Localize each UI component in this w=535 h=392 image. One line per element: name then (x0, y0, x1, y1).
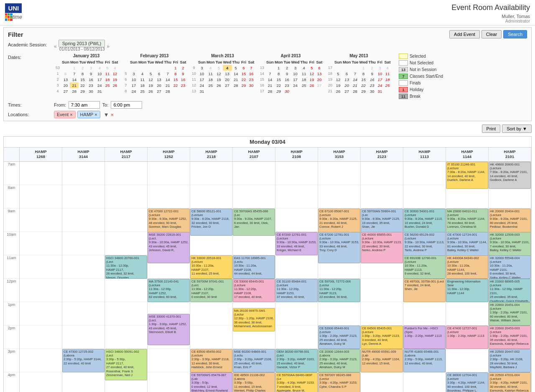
event-ce-2123-10am[interactable]: CE 44300 65855-001 (Lecture9:30a - 10:30… (361, 232, 403, 263)
event-ide-2107-4pm[interactable]: IDE 48500 21106-002 (Labora3:30p - 5:00p… (233, 372, 275, 392)
event-ce-3153-3pm[interactable]: CE 20300 12644-003 (Labora2:30p - 3:20p,… (318, 349, 360, 372)
legend-classes-start: Classes Start/End (410, 74, 443, 79)
event-hk-2101-7am[interactable]: HK 49800 20800-001 (Lecture7:30a - 8:20a… (489, 162, 531, 189)
event-ce-2107-9am[interactable]: CE 59700AS 65455-086 (Lec9:30a - 9:20a, … (233, 209, 275, 236)
slot-2117-10am (105, 232, 147, 255)
legend-not-selected: Not Selected (410, 61, 433, 65)
slot-2108-1pm (275, 302, 318, 326)
event-ce-1113-12pm[interactable]: CE 49700L 33758-001 (Lect7 enrolled, 24 … (403, 279, 446, 302)
event-ce-2108-4pm[interactable]: CE 59700AA 68490-089F (Le3:30p - 4:20p, … (275, 372, 318, 392)
event-ce-2118-12pm[interactable]: CE 59700M 97041-001 (Lect.11:30a - 12:20… (190, 279, 232, 302)
clear-button[interactable]: Clear (482, 30, 502, 38)
main-toolbar: Print Sort by ▼ (3, 123, 532, 135)
time-10am: 10am (4, 232, 19, 255)
legend-finals: Finals (410, 81, 421, 85)
legend-selected: Selected (410, 54, 426, 59)
search-button[interactable]: Search (503, 30, 527, 38)
slot-2123-10am: CE 44300 65855-001 (Lecture9:30a - 10:30… (361, 232, 403, 255)
slot-1268-2pm (20, 326, 62, 349)
event-hk-2101-9am[interactable]: HK 20000 20404-001 (Lecture9:30a - 8:20a… (489, 209, 531, 236)
slot-2118-8am (190, 185, 232, 209)
slot-3144-12pm (62, 279, 104, 302)
event-hk-2101-3pm[interactable]: HK 22500 20447-002 (Lecture2:30p - 3:20p… (489, 349, 531, 372)
slot-2101-9am: HK 20000 20404-001 (Lecture9:30a - 8:20a… (489, 209, 531, 232)
time-1pm: 1pm (4, 302, 19, 326)
room-hdr-3153: HAMP3153 (318, 148, 361, 161)
event-ce-3144[interactable]: CE 47300 12725-002 (Labora2:30p - 5:20p,… (62, 349, 104, 372)
slot-1144-2pm: CE 47400 12727-001 (Lecture1:30p - 2:20p… (446, 326, 488, 349)
print-button-top[interactable]: Print (482, 125, 501, 133)
event-hk-2101-4pm[interactable]: HK 22500 47031-004 (Lecture3:30p - 4:20p… (489, 372, 531, 392)
room-col-2123: CE 59700AN 59904-001 (Lec9:30a - 8:30a, … (361, 162, 403, 392)
event-hk-2101-11am[interactable]: HK 32000 55548-004 (Lecture10:30a - 11:2… (489, 255, 531, 279)
event-ce-1113-11am[interactable]: CE 69100B 12780-001 (Lecture10:30a - 11:… (403, 255, 446, 279)
sort-button-top[interactable]: Sort by ▼ (502, 125, 532, 133)
event-ma-1144-9am[interactable]: MA 15800 64010-011 (Lecture9:30a - 8:20a… (446, 209, 488, 236)
slot-2108-10am: CE 67200 12781-001 (Lecture9:30a - 10:30… (275, 232, 318, 255)
event-ce-2108-12pm[interactable]: CE 31100 65484-001 (Lecture11:30a - 12:2… (275, 279, 318, 302)
event-ce-3153-4pm[interactable]: CE 59700Y 66245-088 (Lectur3:30p - 4:20p… (318, 372, 360, 392)
event-ce-2107-12pm[interactable]: CE 53000 65445-001 (Lecture11:30a - 12:2… (233, 279, 275, 302)
event-eas-2107[interactable]: EAS 11700 16985-001 (Lectu10:30a - 11:20… (233, 255, 275, 279)
add-event-button[interactable]: Add Event (449, 30, 480, 38)
session-prev-arrow[interactable]: « (54, 43, 57, 49)
event-hsci-3pm-2117[interactable]: HSCI 34600 55091-002 (Lect3:30p - 5:30p,… (105, 349, 147, 380)
filter-title: Filter (8, 31, 23, 38)
event-hk-2118[interactable]: HK 33000 20518-001 (Lecture10:30a - 11:2… (190, 255, 232, 279)
slot-2117-3pm: HSCI 34600 55091-002 (Lect3:30p - 5:30p,… (105, 349, 147, 372)
event-engg-1144-12pm[interactable]: Engineering Information Sear11:30a - 12:… (446, 279, 488, 302)
slot-2117-7am (105, 162, 147, 185)
event-mse-1252[interactable]: MSE 38200 22818-001 (Lect.9:30a - 10:30a… (148, 232, 190, 263)
event-hk-1144-11am[interactable]: HK 44000A 64340-002 (Lecture10:30a - 11:… (446, 255, 488, 279)
event-ce-2118-4pm[interactable]: CE 59700WS 65478-087 (Lab3:30p - 5:0p,0 … (190, 372, 232, 392)
event-ce-1144-2pm[interactable]: CE 47400 12727-001 (Lecture1:30p - 2:20p… (446, 326, 488, 349)
location-clear-icon[interactable]: × (111, 112, 114, 118)
event-ce-2123-2pm[interactable]: CE 64500 65405-001 (Lecture1:30p - 3:20p… (361, 326, 403, 349)
event-ce-1144-4pm[interactable]: CE 38300 12704-001 (Lecture3:30p - 4:20p… (446, 372, 488, 392)
slot-1144-11am: HK 44000A 64340-002 (Lecture10:30a - 11:… (446, 255, 488, 279)
room-col-2101: HK 49800 20800-001 (Lecture7:30a - 8:20a… (489, 162, 531, 392)
event-ce-1113-9am[interactable]: CE 30300 54001-001 (Lecture9:30a - 8:20a… (403, 209, 446, 236)
event-ce-2118-9am[interactable]: CE 58000 65121-001 (Lecture9:30a - 8:20a… (190, 209, 232, 236)
location-hamp-pill[interactable]: HAMP × (77, 111, 100, 118)
from-time-input[interactable] (69, 101, 100, 109)
session-next-arrow[interactable]: » (107, 43, 110, 49)
session-selector[interactable]: Spring 2013 (PWL) (59, 40, 105, 47)
slot-3153-7am (318, 162, 360, 185)
event-it-1144-7am[interactable]: IT 35100 21246-001 (Lecture7:30a - 8:20a… (446, 162, 488, 189)
svg-rect-1 (8, 13, 10, 15)
to-time-input[interactable] (111, 101, 142, 109)
slot-3153-1pm (318, 302, 360, 326)
event-ce-3153-12pm[interactable]: CE 59700L 72772-006 (Lectur11:30a - 12:2… (318, 279, 360, 302)
user-name: Muller, Tomas (451, 14, 530, 19)
slot-2117-12pm (105, 279, 147, 302)
room-hdr-2107: HAMP2107 (233, 148, 275, 161)
event-mse-2107-3pm[interactable]: MSE 60200 64869-001 (Lectu2:30p - 3:20p,… (233, 349, 275, 372)
event-nutr-1113-3pm[interactable]: NUTR 41800 65468-001 (Labora2:30p - 5:00… (403, 349, 446, 372)
slot-2101-10am: HK 32000 12509-003 (Lecture9:30a - 10:30… (489, 232, 531, 255)
event-ma-2107-1pm[interactable]: MA 26100 66975-SM1 (Lectur12:30p - 1:20p… (233, 308, 275, 331)
event-ce-2123-9am[interactable]: CE 59700AN 59904-001 (Lec9:30a - 8:30a, … (361, 209, 403, 236)
event-nutr-2123-3pm[interactable]: NUTR 49000 65591-009 (Lab2:30p - 4:20p, … (361, 349, 403, 372)
event-ce-2108-10am[interactable]: CE 67200 12781-001 (Lecture9:30a - 10:30… (275, 232, 318, 255)
location-event-pill[interactable]: Event × (54, 111, 76, 118)
event-hk-2101-2pm[interactable]: HK 22600 20453-003 (Lecture1:30p - 2:20p… (489, 326, 531, 349)
event-hk-2101-1pm[interactable]: HK 22800 20451-004 (Lecture1:30p - 2:20p… (489, 302, 531, 326)
event-ce-3153-9am[interactable]: CE 67100 65087-001 (Lecture9:30a - 8:20a… (318, 209, 360, 236)
event-mse-1pm-1252[interactable]: MSE 33000 41370-001 (Lect.1:30p - 3:00p,… (148, 314, 190, 345)
legend-break: Break (410, 94, 420, 99)
room-hdr-1144: HAMP1144 (446, 148, 489, 161)
slot-2108-12pm: CE 31100 65484-001 (Lecture11:30a - 12:2… (275, 279, 318, 302)
event-purdue-1113-2pm[interactable]: Purdue's For Me - HSCI (Spec1:30p - 2:20… (403, 326, 446, 349)
event-ma-1252[interactable]: MA 37500 22140-041 (Lecture11:30a - 12:3… (148, 279, 190, 302)
event-hsci-2117[interactable]: HSCI 34800 20760-001 (Lect11:30a - 12:30… (105, 255, 147, 279)
event-ce-2108-3pm[interactable]: OEM 30200 69798-001 (Lect2:30p - 3:20p, … (275, 349, 318, 372)
location-dropdown[interactable]: ▼ (104, 112, 109, 118)
event-ce-2118-3pm[interactable]: CE 83500 65450-002 (Lecture2:30p - 3:30p… (190, 349, 232, 372)
event-ce-3153-2pm[interactable]: CE 52000 65440-001 (Lecture1:30p - 2:20p… (318, 326, 360, 349)
slot-1252-3pm (148, 349, 190, 372)
event-hk-2101-12pm[interactable]: HK 23300 68965-005 (Lecture11:30a - 12:3… (489, 279, 531, 302)
slot-2117-1pm (105, 302, 147, 326)
event-ce-3153-10am[interactable]: CE 67200 12781-001 (Lecture9:30a - 10:30… (318, 232, 360, 263)
slot-1113-8am (403, 185, 446, 209)
